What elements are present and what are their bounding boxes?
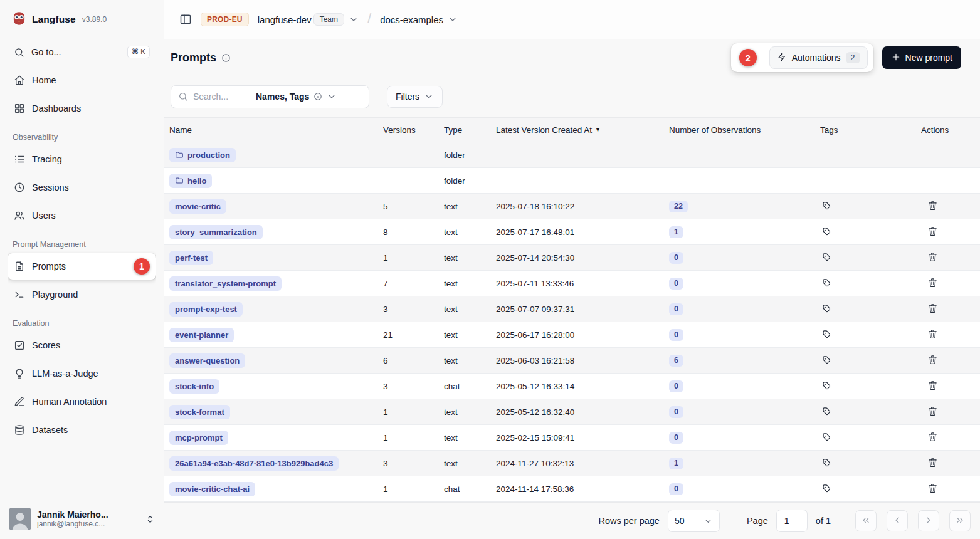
delete-prompt-button[interactable]	[926, 379, 939, 394]
table-row[interactable]: stock-format1text2025-05-12 16:32:400	[164, 399, 980, 425]
delete-prompt-button[interactable]	[926, 224, 939, 239]
filters-button[interactable]: Filters	[387, 86, 443, 108]
tag-icon[interactable]	[820, 251, 832, 263]
sidebar-item-llm-as-a-judge[interactable]: LLM-as-a-Judge	[8, 360, 156, 387]
delete-prompt-button[interactable]	[926, 481, 939, 496]
search-input[interactable]	[193, 92, 251, 102]
sidebar-item-playground[interactable]: Playground	[8, 281, 156, 308]
project-selector[interactable]: docs-examples	[380, 14, 458, 25]
table-row[interactable]: story_summarization8text2025-07-17 16:48…	[164, 219, 980, 245]
delete-prompt-button[interactable]	[926, 353, 939, 368]
column-header-tags[interactable]: Tags	[820, 125, 921, 135]
prompt-link[interactable]: 26a61a94-e3ab-48d7-81e0-13b929bad4c3	[169, 456, 339, 471]
sidebar-item-datasets[interactable]: Datasets	[8, 417, 156, 443]
type-cell: chat	[444, 382, 496, 391]
column-header-name[interactable]: Name	[169, 125, 383, 135]
sidebar-item-dashboards[interactable]: Dashboards	[8, 95, 156, 122]
prompt-link[interactable]: answer-question	[169, 353, 245, 368]
table-row[interactable]: productionfolder	[164, 142, 980, 168]
tag-icon[interactable]	[820, 457, 832, 469]
first-page-button[interactable]	[855, 510, 877, 531]
tags-cell	[820, 406, 921, 418]
folder-link[interactable]: hello	[169, 174, 212, 188]
table-row[interactable]: movie-critic-chat-ai1chat2024-11-14 17:5…	[164, 476, 980, 502]
prompt-link[interactable]: movie-critic	[169, 199, 226, 214]
tag-icon[interactable]	[820, 431, 832, 443]
delete-prompt-button[interactable]	[926, 404, 939, 419]
goto-search[interactable]: Go to... ⌘ K	[8, 39, 156, 65]
user-menu[interactable]: Jannik Maierho... jannik@langfuse.c...	[8, 500, 156, 539]
page-input[interactable]	[776, 510, 808, 532]
sidebar-item-sessions[interactable]: Sessions	[8, 174, 156, 201]
environment-badge[interactable]: PROD-EU	[201, 13, 249, 26]
prompt-link[interactable]: story_summarization	[169, 225, 263, 239]
sidebar-item-prompts[interactable]: Prompts1	[8, 253, 156, 280]
new-prompt-button[interactable]: New prompt	[882, 46, 961, 69]
table-row[interactable]: answer-question6text2025-06-03 16:21:586	[164, 348, 980, 374]
org-selector[interactable]: langfuse-dev Team	[258, 13, 359, 26]
prompt-link[interactable]: movie-critic-chat-ai	[169, 482, 255, 496]
created-at-cell: 2025-07-17 16:48:01	[496, 228, 669, 237]
table-row[interactable]: mcp-prompt1text2025-02-15 15:09:410	[164, 425, 980, 451]
table-row[interactable]: prompt-exp-test3text2025-07-07 09:37:310	[164, 296, 980, 322]
column-header-versions[interactable]: Versions	[383, 125, 444, 135]
name-cell: mcp-prompt	[169, 431, 383, 445]
sidebar-item-human-annotation[interactable]: Human Annotation	[8, 389, 156, 415]
search-scope-select[interactable]: Names, Tags	[256, 92, 337, 102]
table-row[interactable]: event-planner21text2025-06-17 16:28:000	[164, 322, 980, 348]
tag-icon[interactable]	[820, 354, 832, 366]
delete-prompt-button[interactable]	[926, 276, 939, 291]
tag-icon[interactable]	[820, 406, 832, 417]
sidebar-item-tracing[interactable]: Tracing	[8, 146, 156, 172]
prompt-link[interactable]: perf-test	[169, 251, 213, 265]
column-header-number-of-observations[interactable]: Number of Observations	[669, 125, 820, 135]
delete-prompt-button[interactable]	[926, 327, 939, 342]
prompt-link[interactable]: stock-info	[169, 379, 219, 394]
previous-page-button[interactable]	[887, 510, 908, 531]
tag-icon[interactable]	[820, 328, 832, 340]
delete-prompt-button[interactable]	[926, 456, 939, 471]
chevrons-left-icon	[861, 515, 871, 527]
actions-cell	[921, 276, 980, 291]
delete-prompt-button[interactable]	[926, 301, 939, 317]
tag-icon[interactable]	[820, 380, 832, 392]
table-row[interactable]: movie-critic5text2025-07-18 16:10:2222	[164, 194, 980, 219]
automations-button[interactable]: Automations 2	[769, 46, 868, 69]
sidebar-item-home[interactable]: Home	[8, 67, 156, 93]
table-row[interactable]: hellofolder	[164, 168, 980, 194]
tag-icon[interactable]	[820, 277, 832, 289]
prompt-link[interactable]: prompt-exp-test	[169, 302, 243, 317]
folder-link[interactable]: production	[169, 148, 236, 162]
table-row[interactable]: 26a61a94-e3ab-48d7-81e0-13b929bad4c33tex…	[164, 451, 980, 476]
sidebar-item-scores[interactable]: Scores	[8, 332, 156, 358]
sidebar-item-users[interactable]: Users	[8, 202, 156, 229]
observations-count: 0	[669, 252, 683, 264]
table-row[interactable]: stock-info3chat2025-05-12 16:33:140	[164, 374, 980, 399]
next-page-button[interactable]	[918, 510, 939, 531]
table-row[interactable]: translator_system-prompt7text2025-07-11 …	[164, 271, 980, 296]
prompt-link[interactable]: event-planner	[169, 328, 234, 342]
sidebar-toggle-button[interactable]	[179, 13, 192, 26]
tags-cell	[820, 457, 921, 469]
tag-icon[interactable]	[820, 226, 832, 238]
delete-prompt-button[interactable]	[926, 430, 939, 445]
tag-icon[interactable]	[820, 303, 832, 315]
prompt-link[interactable]: mcp-prompt	[169, 431, 228, 445]
versions-cell: 3	[383, 382, 444, 391]
delete-prompt-button[interactable]	[926, 199, 939, 214]
rows-per-page-select[interactable]: 50	[668, 510, 720, 532]
app-logo-row[interactable]: Langfuse v3.89.0	[8, 0, 156, 39]
prompt-link[interactable]: stock-format	[169, 405, 230, 419]
tag-icon[interactable]	[820, 200, 832, 212]
file-text-icon	[14, 261, 25, 272]
info-icon[interactable]	[221, 53, 231, 63]
column-header-latest-version-created-at[interactable]: Latest Version Created At ▼	[496, 125, 669, 135]
last-page-button[interactable]	[949, 510, 971, 531]
delete-prompt-button[interactable]	[926, 250, 939, 265]
observations-count: 0	[669, 329, 683, 341]
table-row[interactable]: perf-test1text2025-07-14 20:54:300	[164, 245, 980, 271]
tag-icon[interactable]	[820, 483, 832, 495]
prompt-link[interactable]: translator_system-prompt	[169, 276, 282, 291]
column-header-type[interactable]: Type	[444, 125, 496, 135]
type-cell: text	[444, 330, 496, 340]
